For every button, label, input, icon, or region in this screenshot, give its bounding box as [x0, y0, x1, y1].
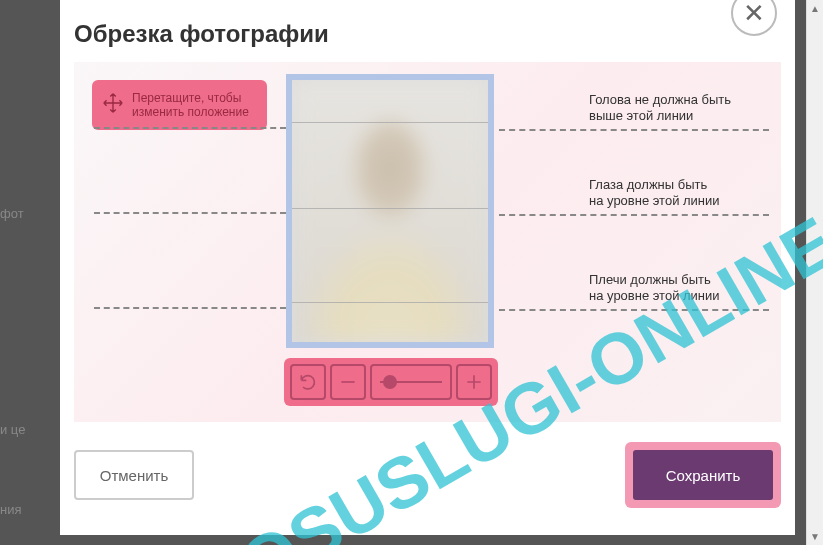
crop-canvas[interactable]: Перетащите, чтобы изменить положение Гол…	[74, 62, 781, 422]
background-text: и це	[0, 422, 25, 437]
background-text: ния	[0, 502, 21, 517]
minus-icon	[338, 372, 358, 392]
plus-icon	[464, 372, 484, 392]
guide-head-label: Голова не должна бытьвыше этой линии	[499, 92, 769, 125]
guide-shoulders-line	[499, 309, 769, 311]
guide-head: Голова не должна бытьвыше этой линии	[499, 92, 769, 131]
photo-guide-head	[292, 122, 488, 123]
modal-title: Обрезка фотографии	[60, 0, 795, 62]
zoom-out-button[interactable]	[330, 364, 366, 400]
guide-eyes-line	[499, 214, 769, 216]
guide-line-left-shoulders	[94, 307, 286, 309]
zoom-slider[interactable]	[370, 364, 452, 400]
save-button[interactable]: Сохранить	[633, 450, 773, 500]
photo-guide-eyes	[292, 208, 488, 209]
guide-eyes: Глаза должны бытьна уровне этой линии	[499, 177, 769, 216]
photo-crop-frame[interactable]	[286, 74, 494, 348]
background-text: фот	[0, 206, 24, 221]
drag-hint-badge: Перетащите, чтобы изменить положение	[92, 80, 267, 130]
zoom-thumb[interactable]	[383, 375, 397, 389]
cancel-button[interactable]: Отменить	[74, 450, 194, 500]
guide-head-line	[499, 129, 769, 131]
zoom-in-button[interactable]	[456, 364, 492, 400]
close-icon: ✕	[743, 0, 765, 29]
guide-shoulders: Плечи должны бытьна уровне этой линии	[499, 272, 769, 311]
scroll-down-icon[interactable]: ▼	[807, 528, 823, 545]
undo-button[interactable]	[290, 364, 326, 400]
crop-photo-modal: ✕ Обрезка фотографии Перетащите, чтобы и…	[60, 0, 795, 535]
photo-guide-shoulders	[292, 302, 488, 303]
save-button-highlight: Сохранить	[625, 442, 781, 508]
vertical-scrollbar[interactable]: ▲ ▼	[806, 0, 823, 545]
guide-eyes-label: Глаза должны бытьна уровне этой линии	[499, 177, 769, 210]
drag-hint-text: Перетащите, чтобы изменить положение	[132, 91, 249, 120]
move-icon	[102, 92, 124, 118]
scroll-up-icon[interactable]: ▲	[807, 0, 823, 17]
modal-footer: Отменить Сохранить	[74, 442, 781, 508]
guide-line-left-eyes	[94, 212, 286, 214]
undo-icon	[298, 372, 318, 392]
guide-shoulders-label: Плечи должны бытьна уровне этой линии	[499, 272, 769, 305]
zoom-toolbar	[284, 358, 498, 406]
guide-line-left-head	[94, 127, 286, 129]
